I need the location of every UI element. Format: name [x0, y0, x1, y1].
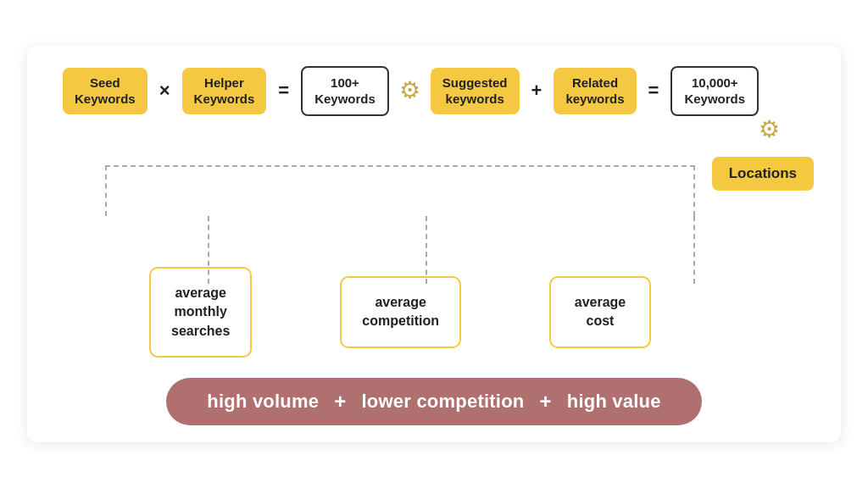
dashed-border-box	[105, 165, 695, 216]
middle-section: average monthly searches average competi…	[54, 148, 814, 358]
boxes-row: average monthly searches average competi…	[105, 267, 695, 358]
keywords100-pill: 100+ Keywords	[301, 66, 389, 116]
lower-competition-label: lower competition	[362, 391, 525, 413]
avg-monthly-searches-box: average monthly searches	[149, 267, 252, 358]
gear1-icon: ⚙	[398, 79, 422, 103]
gear2-icon: ⚙	[757, 118, 782, 141]
bottom-plus2: +	[539, 390, 551, 413]
helper-keywords-pill: Helper Keywords	[182, 68, 267, 114]
bottom-plus1: +	[334, 390, 346, 413]
main-container: Seed Keywords × Helper Keywords = 100+ K…	[27, 46, 841, 442]
avg-competition-box: average competition	[340, 276, 461, 348]
equals1-operator: =	[275, 80, 292, 102]
dashed-area: average monthly searches average competi…	[54, 148, 695, 358]
suggested-keywords-pill: Suggested keywords	[431, 68, 520, 114]
high-volume-label: high volume	[207, 391, 319, 413]
vert-line-1	[208, 216, 209, 284]
bottom-row: high volume + lower competition + high v…	[54, 378, 814, 425]
gear-row: ⚙	[54, 118, 814, 141]
keywords10k-pill: 10,000+ Keywords	[670, 66, 759, 116]
seed-keywords-pill: Seed Keywords	[63, 68, 147, 114]
times-operator: ×	[156, 80, 174, 102]
bottom-summary-pill: high volume + lower competition + high v…	[166, 378, 701, 425]
plus1-operator: +	[528, 80, 546, 102]
vert-line-2	[426, 216, 427, 284]
avg-cost-box: average cost	[549, 276, 651, 348]
locations-col: Locations	[695, 148, 814, 191]
top-row: Seed Keywords × Helper Keywords = 100+ K…	[54, 66, 814, 116]
related-keywords-pill: Related keywords	[554, 68, 636, 114]
equals2-operator: =	[645, 80, 663, 102]
high-value-label: high value	[567, 391, 661, 413]
locations-pill: Locations	[712, 157, 814, 191]
vert-line-3	[693, 216, 695, 284]
